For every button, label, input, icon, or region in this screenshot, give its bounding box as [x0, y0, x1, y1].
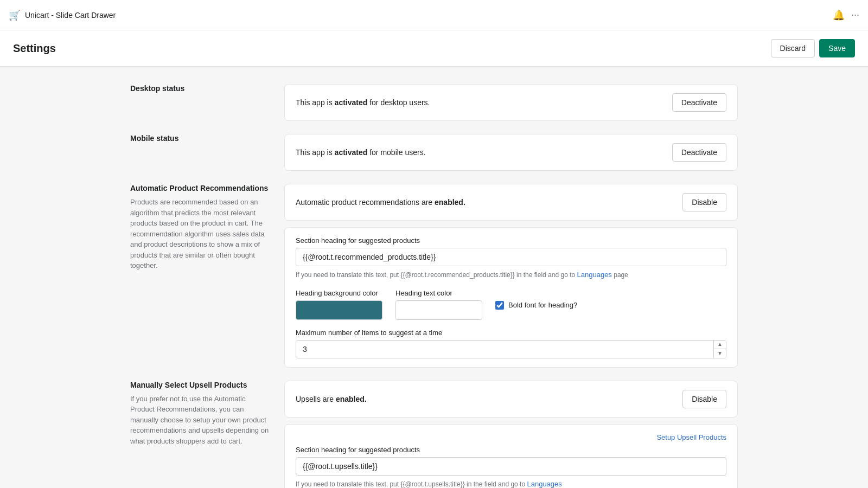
- desktop-status-prefix: This app is: [296, 98, 333, 107]
- manual-upsell-status-card: Upsells are enabled. Disable: [284, 381, 738, 418]
- max-items-stepper: ▲ ▼: [296, 340, 726, 358]
- mobile-status-text: This app is activated for mobile users.: [296, 148, 426, 157]
- bold-font-label: Bold font for heading?: [508, 301, 577, 309]
- languages-link[interactable]: Languages: [577, 271, 612, 279]
- topbar: 🛒 Unicart - Slide Cart Drawer 🔔 ···: [0, 0, 868, 30]
- manual-upsell-settings-card: Setup Upsell Products Section heading fo…: [284, 424, 738, 489]
- page-actions: Discard Save: [771, 39, 855, 57]
- upsell-section-heading-hint: If you need to translate this text, put …: [296, 479, 726, 489]
- bell-icon[interactable]: 🔔: [833, 9, 845, 21]
- desktop-deactivate-button[interactable]: Deactivate: [672, 93, 726, 112]
- mobile-status-prefix: This app is: [296, 148, 333, 157]
- manual-upsell-status-row: Upsells are enabled. Disable: [296, 390, 726, 408]
- upsell-languages-link[interactable]: Languages: [527, 480, 561, 488]
- section-heading-hint-text2: page: [614, 271, 628, 279]
- upsell-section-heading-input[interactable]: [296, 457, 726, 476]
- section-heading-group: Section heading for suggested products I…: [296, 236, 726, 280]
- page-header: Settings Discard Save: [0, 30, 868, 67]
- desktop-status-suffix: for desktop users.: [369, 98, 430, 107]
- color-row: Heading background color Heading text co…: [296, 289, 726, 320]
- bold-font-checkbox[interactable]: [495, 301, 504, 310]
- heading-text-color-label: Heading text color: [395, 289, 482, 297]
- auto-recommendations-label: Automatic Product Recommendations: [130, 184, 271, 192]
- auto-rec-status-prefix: Automatic product recommendations are: [296, 198, 432, 207]
- mobile-status-bold: activated: [335, 148, 368, 157]
- manual-upsell-label: Manually Select Upsell Products: [130, 381, 271, 389]
- main-content: Desktop status This app is activated for…: [108, 67, 760, 488]
- mobile-status-card-col: This app is activated for mobile users. …: [284, 134, 738, 171]
- auto-recommendations-label-col: Automatic Product Recommendations Produc…: [130, 184, 271, 368]
- stepper-up-button[interactable]: ▲: [714, 341, 726, 350]
- stepper-buttons: ▲ ▼: [713, 341, 726, 358]
- setup-link-row: Setup Upsell Products: [296, 433, 726, 441]
- auto-recommendations-card-col: Automatic product recommendations are en…: [284, 184, 738, 368]
- auto-recommendations-section: Automatic Product Recommendations Produc…: [130, 184, 738, 368]
- discard-button[interactable]: Discard: [771, 39, 815, 57]
- mobile-status-row: This app is activated for mobile users. …: [296, 143, 726, 162]
- upsell-status-bold: enabled.: [336, 395, 367, 403]
- manual-upsell-status-text: Upsells are enabled.: [296, 395, 367, 403]
- heading-bg-color-swatch[interactable]: [296, 300, 382, 320]
- auto-rec-status-bold: enabled.: [435, 198, 465, 207]
- bold-font-group: Bold font for heading?: [495, 289, 577, 310]
- manual-upsell-section: Manually Select Upsell Products If you p…: [130, 381, 738, 489]
- desktop-status-bold: activated: [335, 98, 368, 107]
- desktop-status-row: This app is activated for desktop users.…: [296, 93, 726, 112]
- auto-recommendations-status-card: Automatic product recommendations are en…: [284, 184, 738, 221]
- setup-upsell-link[interactable]: Setup Upsell Products: [656, 433, 726, 441]
- manual-upsell-description: If you prefer not to use the Automatic P…: [130, 394, 271, 447]
- heading-text-color-swatch[interactable]: [395, 300, 482, 320]
- upsell-section-heading-group: Section heading for suggested products I…: [296, 446, 726, 489]
- desktop-status-label-col: Desktop status: [130, 84, 271, 121]
- heading-bg-color-label: Heading background color: [296, 289, 382, 297]
- topbar-left: 🛒 Unicart - Slide Cart Drawer: [9, 9, 116, 21]
- max-items-input[interactable]: [296, 341, 713, 358]
- mobile-status-suffix: for mobile users.: [369, 148, 425, 157]
- save-button[interactable]: Save: [819, 39, 855, 57]
- desktop-status-card: This app is activated for desktop users.…: [284, 84, 738, 121]
- section-heading-label: Section heading for suggested products: [296, 236, 726, 245]
- heading-text-color-group: Heading text color: [395, 289, 482, 320]
- auto-recommendations-status-row: Automatic product recommendations are en…: [296, 193, 726, 211]
- upsell-status-prefix: Upsells are: [296, 395, 334, 403]
- desktop-status-text: This app is activated for desktop users.: [296, 98, 430, 107]
- section-heading-hint: If you need to translate this text, put …: [296, 269, 726, 280]
- max-items-group: Maximum number of items to suggest at a …: [296, 329, 726, 358]
- desktop-status-card-col: This app is activated for desktop users.…: [284, 84, 738, 121]
- auto-recommendations-disable-button[interactable]: Disable: [682, 193, 726, 211]
- auto-recommendations-description: Products are recommended based on an alg…: [130, 197, 271, 271]
- section-heading-input[interactable]: [296, 248, 726, 266]
- auto-recommendations-status-text: Automatic product recommendations are en…: [296, 198, 465, 207]
- upsell-section-heading-label: Section heading for suggested products: [296, 446, 726, 454]
- max-items-label: Maximum number of items to suggest at a …: [296, 329, 726, 337]
- app-title: Unicart - Slide Cart Drawer: [25, 11, 116, 20]
- stepper-down-button[interactable]: ▼: [714, 349, 726, 358]
- mobile-deactivate-button[interactable]: Deactivate: [672, 143, 726, 162]
- manual-upsell-card-col: Upsells are enabled. Disable Setup Upsel…: [284, 381, 738, 489]
- upsell-hint-text1: If you need to translate this text, put …: [296, 480, 525, 488]
- mobile-status-label: Mobile status: [130, 134, 271, 143]
- mobile-status-label-col: Mobile status: [130, 134, 271, 171]
- manual-upsell-label-col: Manually Select Upsell Products If you p…: [130, 381, 271, 489]
- mobile-status-card: This app is activated for mobile users. …: [284, 134, 738, 171]
- mobile-status-section: Mobile status This app is activated for …: [130, 134, 738, 171]
- manual-upsell-disable-button[interactable]: Disable: [682, 390, 726, 408]
- auto-recommendations-settings-card: Section heading for suggested products I…: [284, 227, 738, 368]
- app-logo-icon: 🛒: [9, 9, 21, 21]
- heading-bg-color-group: Heading background color: [296, 289, 382, 320]
- desktop-status-label: Desktop status: [130, 84, 271, 93]
- topbar-right: 🔔 ···: [833, 9, 859, 21]
- desktop-status-section: Desktop status This app is activated for…: [130, 84, 738, 121]
- more-icon[interactable]: ···: [851, 9, 859, 21]
- section-heading-hint-text1: If you need to translate this text, put …: [296, 271, 575, 279]
- page-title: Settings: [13, 42, 56, 55]
